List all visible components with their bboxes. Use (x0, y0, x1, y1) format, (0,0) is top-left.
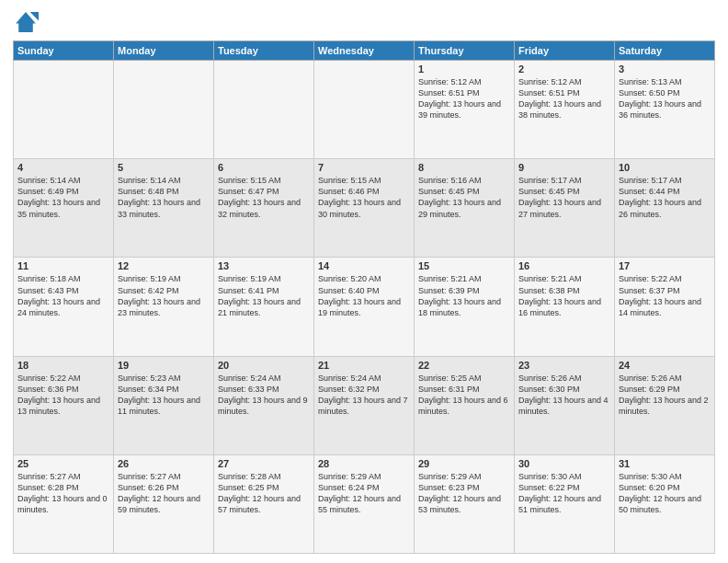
day-number: 25 (17, 458, 109, 469)
day-info: Sunrise: 5:22 AM Sunset: 6:37 PM Dayligh… (619, 273, 711, 318)
day-number: 12 (118, 260, 210, 271)
day-info: Sunrise: 5:27 AM Sunset: 6:28 PM Dayligh… (17, 471, 109, 516)
day-cell: 6Sunrise: 5:15 AM Sunset: 6:47 PM Daylig… (214, 159, 314, 258)
day-number: 27 (218, 458, 310, 469)
day-number: 14 (318, 260, 410, 271)
day-number: 5 (118, 162, 210, 173)
day-cell: 22Sunrise: 5:25 AM Sunset: 6:31 PM Dayli… (415, 356, 515, 454)
day-info: Sunrise: 5:19 AM Sunset: 6:42 PM Dayligh… (118, 273, 210, 318)
day-cell: 25Sunrise: 5:27 AM Sunset: 6:28 PM Dayli… (14, 454, 114, 553)
day-number: 26 (118, 458, 210, 469)
day-info: Sunrise: 5:14 AM Sunset: 6:49 PM Dayligh… (17, 175, 109, 220)
day-info: Sunrise: 5:24 AM Sunset: 6:33 PM Dayligh… (218, 373, 310, 418)
day-info: Sunrise: 5:21 AM Sunset: 6:39 PM Dayligh… (418, 273, 510, 318)
week-row-3: 18Sunrise: 5:22 AM Sunset: 6:36 PM Dayli… (14, 356, 715, 454)
day-number: 29 (418, 458, 510, 469)
day-number: 18 (17, 360, 109, 371)
day-info: Sunrise: 5:23 AM Sunset: 6:34 PM Dayligh… (118, 373, 210, 418)
day-number: 17 (619, 260, 711, 271)
day-info: Sunrise: 5:28 AM Sunset: 6:25 PM Dayligh… (218, 471, 310, 516)
day-cell: 16Sunrise: 5:21 AM Sunset: 6:38 PM Dayli… (515, 258, 615, 356)
day-cell: 17Sunrise: 5:22 AM Sunset: 6:37 PM Dayli… (615, 258, 715, 356)
day-cell: 13Sunrise: 5:19 AM Sunset: 6:41 PM Dayli… (214, 258, 314, 356)
day-info: Sunrise: 5:17 AM Sunset: 6:44 PM Dayligh… (619, 175, 711, 220)
day-number: 24 (619, 360, 711, 371)
day-info: Sunrise: 5:12 AM Sunset: 6:51 PM Dayligh… (418, 76, 510, 121)
day-number: 15 (418, 260, 510, 271)
svg-marker-0 (16, 12, 36, 32)
day-info: Sunrise: 5:15 AM Sunset: 6:47 PM Dayligh… (218, 175, 310, 220)
day-cell: 24Sunrise: 5:26 AM Sunset: 6:29 PM Dayli… (615, 356, 715, 454)
calendar-table: SundayMondayTuesdayWednesdayThursdayFrid… (13, 40, 715, 554)
day-number: 23 (518, 360, 610, 371)
logo (13, 9, 42, 35)
day-number: 8 (418, 162, 510, 173)
day-cell: 5Sunrise: 5:14 AM Sunset: 6:48 PM Daylig… (114, 159, 214, 258)
day-info: Sunrise: 5:20 AM Sunset: 6:40 PM Dayligh… (318, 273, 410, 318)
col-header-wednesday: Wednesday (314, 41, 415, 61)
day-info: Sunrise: 5:13 AM Sunset: 6:50 PM Dayligh… (619, 76, 711, 121)
day-number: 28 (318, 458, 410, 469)
day-number: 1 (418, 63, 510, 75)
day-number: 10 (619, 162, 711, 173)
day-number: 13 (218, 260, 310, 271)
day-cell: 19Sunrise: 5:23 AM Sunset: 6:34 PM Dayli… (114, 356, 214, 454)
day-number: 22 (418, 360, 510, 371)
day-info: Sunrise: 5:15 AM Sunset: 6:46 PM Dayligh… (318, 175, 410, 220)
day-cell: 27Sunrise: 5:28 AM Sunset: 6:25 PM Dayli… (214, 454, 314, 553)
day-number: 20 (218, 360, 310, 371)
col-header-tuesday: Tuesday (214, 41, 314, 61)
day-number: 19 (118, 360, 210, 371)
day-number: 3 (619, 63, 711, 75)
col-header-saturday: Saturday (615, 41, 715, 61)
day-info: Sunrise: 5:27 AM Sunset: 6:26 PM Dayligh… (118, 471, 210, 516)
calendar-body: 1Sunrise: 5:12 AM Sunset: 6:51 PM Daylig… (14, 61, 715, 554)
day-cell (314, 61, 415, 159)
day-cell: 28Sunrise: 5:29 AM Sunset: 6:24 PM Dayli… (314, 454, 415, 553)
week-row-1: 4Sunrise: 5:14 AM Sunset: 6:49 PM Daylig… (14, 159, 715, 258)
day-info: Sunrise: 5:29 AM Sunset: 6:24 PM Dayligh… (318, 471, 410, 516)
day-cell: 26Sunrise: 5:27 AM Sunset: 6:26 PM Dayli… (114, 454, 214, 553)
day-number: 16 (518, 260, 610, 271)
col-header-thursday: Thursday (415, 41, 515, 61)
day-number: 2 (518, 63, 610, 75)
day-info: Sunrise: 5:12 AM Sunset: 6:51 PM Dayligh… (518, 76, 610, 121)
day-number: 4 (17, 162, 109, 173)
day-cell: 30Sunrise: 5:30 AM Sunset: 6:22 PM Dayli… (515, 454, 615, 553)
day-cell: 29Sunrise: 5:29 AM Sunset: 6:23 PM Dayli… (415, 454, 515, 553)
week-row-4: 25Sunrise: 5:27 AM Sunset: 6:28 PM Dayli… (14, 454, 715, 553)
header-row: SundayMondayTuesdayWednesdayThursdayFrid… (14, 41, 715, 61)
day-number: 30 (518, 458, 610, 469)
day-info: Sunrise: 5:21 AM Sunset: 6:38 PM Dayligh… (518, 273, 610, 318)
day-cell: 11Sunrise: 5:18 AM Sunset: 6:43 PM Dayli… (14, 258, 114, 356)
day-cell: 23Sunrise: 5:26 AM Sunset: 6:30 PM Dayli… (515, 356, 615, 454)
day-info: Sunrise: 5:18 AM Sunset: 6:43 PM Dayligh… (17, 273, 109, 318)
day-number: 7 (318, 162, 410, 173)
page: SundayMondayTuesdayWednesdayThursdayFrid… (0, 0, 728, 563)
day-info: Sunrise: 5:26 AM Sunset: 6:29 PM Dayligh… (619, 373, 711, 418)
day-number: 31 (619, 458, 711, 469)
col-header-friday: Friday (515, 41, 615, 61)
day-info: Sunrise: 5:30 AM Sunset: 6:20 PM Dayligh… (619, 471, 711, 516)
day-cell: 20Sunrise: 5:24 AM Sunset: 6:33 PM Dayli… (214, 356, 314, 454)
day-cell: 21Sunrise: 5:24 AM Sunset: 6:32 PM Dayli… (314, 356, 415, 454)
day-cell: 15Sunrise: 5:21 AM Sunset: 6:39 PM Dayli… (415, 258, 515, 356)
day-cell: 4Sunrise: 5:14 AM Sunset: 6:49 PM Daylig… (14, 159, 114, 258)
day-cell: 31Sunrise: 5:30 AM Sunset: 6:20 PM Dayli… (615, 454, 715, 553)
col-header-monday: Monday (114, 41, 214, 61)
day-number: 6 (218, 162, 310, 173)
week-row-2: 11Sunrise: 5:18 AM Sunset: 6:43 PM Dayli… (14, 258, 715, 356)
day-cell (214, 61, 314, 159)
day-number: 11 (17, 260, 109, 271)
day-cell: 12Sunrise: 5:19 AM Sunset: 6:42 PM Dayli… (114, 258, 214, 356)
day-cell: 2Sunrise: 5:12 AM Sunset: 6:51 PM Daylig… (515, 61, 615, 159)
day-info: Sunrise: 5:14 AM Sunset: 6:48 PM Dayligh… (118, 175, 210, 220)
day-cell (114, 61, 214, 159)
day-cell (14, 61, 114, 159)
day-cell: 3Sunrise: 5:13 AM Sunset: 6:50 PM Daylig… (615, 61, 715, 159)
col-header-sunday: Sunday (14, 41, 114, 61)
week-row-0: 1Sunrise: 5:12 AM Sunset: 6:51 PM Daylig… (14, 61, 715, 159)
day-cell: 10Sunrise: 5:17 AM Sunset: 6:44 PM Dayli… (615, 159, 715, 258)
day-info: Sunrise: 5:22 AM Sunset: 6:36 PM Dayligh… (17, 373, 109, 418)
day-cell: 8Sunrise: 5:16 AM Sunset: 6:45 PM Daylig… (415, 159, 515, 258)
